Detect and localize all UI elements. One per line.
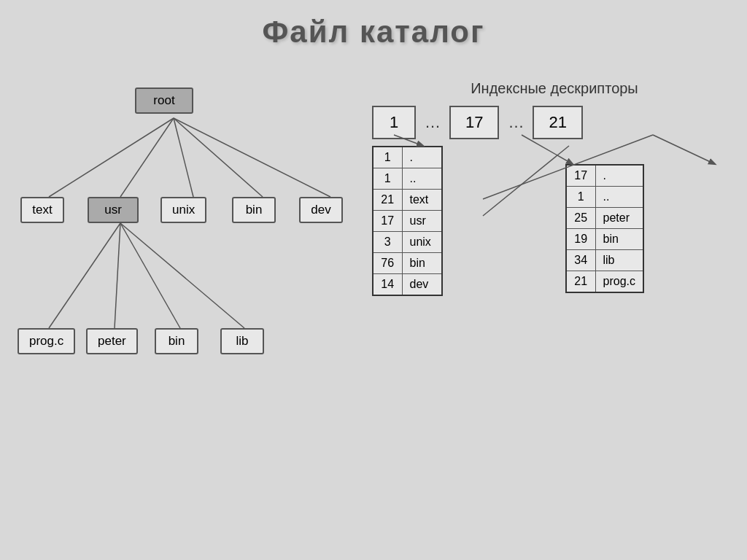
table-row: 1 .. xyxy=(373,168,442,190)
svg-line-4 xyxy=(174,118,330,197)
cell-num: 76 xyxy=(373,253,402,274)
table-row: 1 .. xyxy=(566,187,643,208)
inode-top-17: 17 xyxy=(449,106,499,139)
node-unix: unix xyxy=(160,197,206,223)
cell-name: dev xyxy=(402,274,442,296)
svg-line-3 xyxy=(174,118,263,197)
cell-name: unix xyxy=(402,232,442,253)
svg-line-2 xyxy=(174,118,193,197)
cell-num: 17 xyxy=(566,165,595,187)
cell-name: lib xyxy=(595,250,643,271)
cell-name: peter xyxy=(595,208,643,229)
inode-top-1: 1 xyxy=(372,106,416,139)
node-text: text xyxy=(20,197,64,223)
svg-line-7 xyxy=(120,223,180,328)
table-row: 3 unix xyxy=(373,232,442,253)
cell-num: 17 xyxy=(373,211,402,232)
cell-num: 25 xyxy=(566,208,595,229)
page-title: Файл каталог xyxy=(0,0,747,50)
usr-dir-table: 17 . 1 .. 25 peter 19 bin 34 lib 21 prog… xyxy=(565,164,644,293)
cell-num: 14 xyxy=(373,274,402,296)
cell-num: 21 xyxy=(373,190,402,211)
inode-top-21: 21 xyxy=(533,106,582,139)
svg-line-5 xyxy=(49,223,120,328)
cell-name: usr xyxy=(402,211,442,232)
table-row: 19 bin xyxy=(566,229,643,250)
cell-num: 21 xyxy=(566,271,595,293)
cell-name: . xyxy=(402,147,442,168)
svg-line-6 xyxy=(115,223,120,328)
cell-name: .. xyxy=(595,187,643,208)
node-root: root xyxy=(135,88,193,114)
cell-num: 3 xyxy=(373,232,402,253)
svg-line-12 xyxy=(522,135,573,164)
table-row: 17 . xyxy=(566,165,643,187)
cell-num: 1 xyxy=(566,187,595,208)
node-usr: usr xyxy=(88,197,139,223)
node-lib: lib xyxy=(220,328,264,354)
svg-line-8 xyxy=(120,223,244,328)
svg-line-10 xyxy=(483,146,569,216)
cell-name: bin xyxy=(402,253,442,274)
inode-heading: Индексные дескрипторы xyxy=(394,80,715,97)
cell-num: 34 xyxy=(566,250,595,271)
cell-name: bin xyxy=(595,229,643,250)
node-peter: peter xyxy=(86,328,138,354)
svg-line-1 xyxy=(120,118,174,197)
cell-name: .. xyxy=(402,168,442,190)
cell-num: 19 xyxy=(566,229,595,250)
node-dev: dev xyxy=(299,197,343,223)
svg-line-13 xyxy=(653,135,715,164)
node-progc: prog.c xyxy=(18,328,75,354)
node-bin: bin xyxy=(232,197,276,223)
tree-lines xyxy=(7,80,357,532)
table-row: 34 lib xyxy=(566,250,643,271)
table-row: 17 usr xyxy=(373,211,442,232)
table-row: 14 dev xyxy=(373,274,442,296)
root-dir-table: 1 . 1 .. 21 text 17 usr 3 unix 76 bin xyxy=(372,146,443,296)
ellipsis-1: … xyxy=(416,113,449,132)
table-row: 1 . xyxy=(373,147,442,168)
table-row: 21 prog.c xyxy=(566,271,643,293)
table-row: 21 text xyxy=(373,190,442,211)
cell-name: . xyxy=(595,165,643,187)
cell-num: 1 xyxy=(373,147,402,168)
cell-name: prog.c xyxy=(595,271,643,293)
table-row: 25 peter xyxy=(566,208,643,229)
ellipsis-2: … xyxy=(499,113,533,132)
svg-line-0 xyxy=(49,118,174,197)
cell-name: text xyxy=(402,190,442,211)
table-row: 76 bin xyxy=(373,253,442,274)
cell-num: 1 xyxy=(373,168,402,190)
node-bin2: bin xyxy=(155,328,198,354)
